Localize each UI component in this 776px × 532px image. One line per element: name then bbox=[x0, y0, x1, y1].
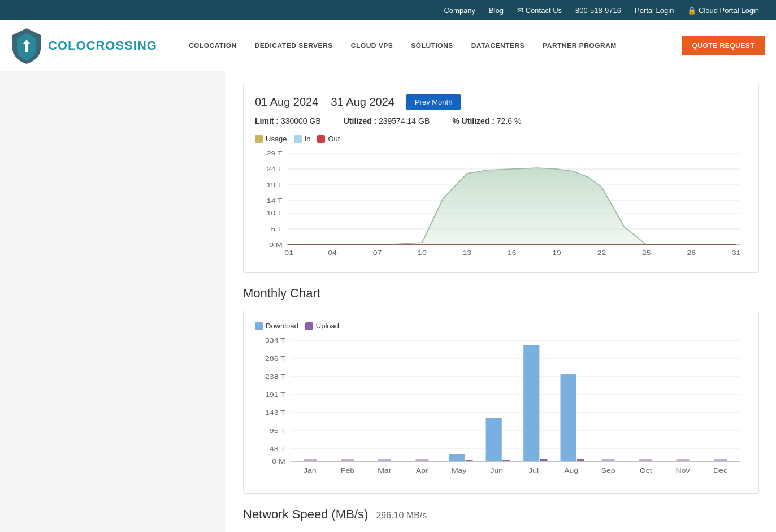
svg-text:191 T: 191 T bbox=[265, 391, 285, 398]
bar-jun-download bbox=[486, 418, 502, 461]
portal-login-link[interactable]: Portal Login bbox=[635, 6, 674, 15]
in-color bbox=[294, 135, 302, 143]
bar-jul-download bbox=[523, 345, 539, 461]
bar-chart-svg: 334 T 286 T 238 T 191 T 143 T 95 T 48 T … bbox=[255, 335, 747, 487]
svg-text:31: 31 bbox=[732, 249, 741, 256]
nav-bar: COLOCROSSING COLOCATION DEDICATED SERVER… bbox=[0, 20, 776, 71]
bar-aug-download bbox=[561, 374, 576, 461]
svg-text:Jan: Jan bbox=[304, 467, 317, 474]
bar-may-upload bbox=[466, 460, 473, 461]
network-speed-section: Network Speed (MB/s) 296.10 MB/s bbox=[243, 507, 759, 522]
upload-color bbox=[305, 322, 313, 330]
svg-text:May: May bbox=[452, 467, 467, 474]
svg-text:19: 19 bbox=[552, 249, 561, 256]
main-content: 01 Aug 2024 31 Aug 2024 Prev Month Limit… bbox=[0, 71, 776, 532]
monthly-chart-section: Monthly Chart Download Upload bbox=[243, 286, 759, 494]
stats-row: Limit : 330000 GB Utilized : 239574.14 G… bbox=[255, 116, 747, 126]
date-range-header: 01 Aug 2024 31 Aug 2024 Prev Month bbox=[255, 94, 747, 110]
limit-stat: Limit : 330000 GB bbox=[255, 116, 321, 126]
legend-upload: Upload bbox=[305, 322, 339, 330]
svg-text:14 T: 14 T bbox=[267, 197, 283, 204]
svg-text:Jun: Jun bbox=[490, 467, 503, 474]
svg-text:5 T: 5 T bbox=[271, 226, 283, 232]
svg-text:Dec: Dec bbox=[713, 467, 727, 474]
bar-aug-upload bbox=[577, 459, 584, 461]
daily-chart-card: 01 Aug 2024 31 Aug 2024 Prev Month Limit… bbox=[243, 83, 759, 273]
logo-icon bbox=[11, 27, 42, 64]
svg-text:22: 22 bbox=[597, 249, 606, 256]
content-area: 01 Aug 2024 31 Aug 2024 Prev Month Limit… bbox=[226, 71, 776, 532]
phone-number: 800-518-9716 bbox=[575, 6, 621, 15]
legend-usage: Usage bbox=[255, 135, 287, 143]
svg-text:Jul: Jul bbox=[528, 467, 539, 474]
date-range-text: 01 Aug 2024 31 Aug 2024 bbox=[255, 96, 394, 109]
logo: COLOCROSSING bbox=[11, 27, 157, 64]
svg-text:238 T: 238 T bbox=[265, 373, 285, 380]
nav-cloud-vps[interactable]: CLOUD VPS bbox=[342, 42, 402, 50]
nav-dedicated[interactable]: DEDICATED SERVERS bbox=[246, 42, 342, 50]
monthly-chart-title: Monthly Chart bbox=[243, 286, 759, 301]
svg-text:Apr: Apr bbox=[416, 467, 428, 474]
svg-text:Mar: Mar bbox=[378, 467, 391, 474]
svg-text:Feb: Feb bbox=[341, 467, 354, 474]
svg-text:16: 16 bbox=[508, 249, 517, 256]
contact-link[interactable]: ✉ Contact Us bbox=[517, 6, 562, 15]
legend-download: Download bbox=[255, 322, 298, 330]
svg-text:07: 07 bbox=[373, 249, 382, 256]
blog-link[interactable]: Blog bbox=[489, 6, 504, 15]
svg-text:28: 28 bbox=[687, 249, 696, 256]
svg-text:0 M: 0 M bbox=[269, 241, 282, 248]
daily-chart-legend: Usage In Out bbox=[255, 135, 747, 143]
usage-color bbox=[255, 135, 263, 143]
svg-text:Sep: Sep bbox=[601, 467, 615, 474]
svg-text:0 M: 0 M bbox=[272, 458, 285, 465]
main-nav: COLOCATION DEDICATED SERVERS CLOUD VPS S… bbox=[180, 42, 682, 50]
out-color bbox=[317, 135, 325, 143]
svg-text:95 T: 95 T bbox=[270, 427, 285, 434]
svg-text:286 T: 286 T bbox=[265, 355, 285, 362]
svg-text:334 T: 334 T bbox=[265, 337, 285, 344]
svg-text:04: 04 bbox=[328, 249, 337, 256]
pct-stat: % Utilized : 72.6 % bbox=[452, 116, 521, 126]
svg-text:10 T: 10 T bbox=[267, 210, 283, 217]
quote-request-button[interactable]: QUOTE REQUEST bbox=[682, 36, 765, 55]
logo-crossing: CROSSING bbox=[86, 38, 157, 53]
network-speed-value: 296.10 MB/s bbox=[376, 511, 427, 520]
svg-text:10: 10 bbox=[418, 249, 427, 256]
nav-solutions[interactable]: SOLUTIONS bbox=[402, 42, 462, 50]
svg-text:143 T: 143 T bbox=[265, 409, 285, 416]
bar-jul-upload bbox=[540, 459, 548, 461]
top-bar: Company Blog ✉ Contact Us 800-518-9716 P… bbox=[0, 0, 776, 20]
nav-partner[interactable]: PARTNER PROGRAM bbox=[534, 42, 626, 50]
legend-out: Out bbox=[317, 135, 340, 143]
bar-chart-container: 334 T 286 T 238 T 191 T 143 T 95 T 48 T … bbox=[255, 335, 747, 482]
sidebar bbox=[0, 71, 226, 532]
mail-icon: ✉ bbox=[517, 6, 523, 15]
bar-jun-upload bbox=[502, 460, 510, 461]
utilized-stat: Utilized : 239574.14 GB bbox=[344, 116, 430, 126]
svg-text:Nov: Nov bbox=[675, 467, 690, 474]
svg-text:13: 13 bbox=[462, 249, 471, 256]
lock-icon: 🔒 bbox=[687, 6, 696, 15]
svg-text:29 T: 29 T bbox=[267, 150, 283, 157]
svg-text:25: 25 bbox=[642, 249, 651, 256]
nav-colocation[interactable]: COLOCATION bbox=[180, 42, 246, 50]
nav-datacenters[interactable]: DATACENTERS bbox=[462, 42, 534, 50]
bar-chart-card: Download Upload 334 T 286 T 238 T 191 T bbox=[243, 310, 759, 494]
prev-month-button[interactable]: Prev Month bbox=[406, 94, 461, 110]
svg-text:24 T: 24 T bbox=[267, 166, 283, 172]
svg-text:Oct: Oct bbox=[640, 467, 652, 474]
logo-colo: COLO bbox=[48, 38, 86, 53]
svg-text:19 T: 19 T bbox=[267, 181, 283, 188]
svg-text:48 T: 48 T bbox=[270, 446, 285, 452]
network-speed-label: Network Speed (MB/s) bbox=[243, 507, 368, 521]
bar-may-download bbox=[449, 454, 465, 461]
svg-text:Aug: Aug bbox=[564, 467, 578, 474]
legend-in: In bbox=[294, 135, 311, 143]
monthly-legend: Download Upload bbox=[255, 322, 747, 330]
cloud-portal-link[interactable]: 🔒 Cloud Portal Login bbox=[687, 6, 759, 15]
svg-text:01: 01 bbox=[284, 249, 293, 256]
download-color bbox=[255, 322, 263, 330]
company-link[interactable]: Company bbox=[444, 6, 475, 15]
area-chart-container: 29 T 24 T 19 T 14 T 10 T 5 T 0 M bbox=[255, 148, 747, 261]
